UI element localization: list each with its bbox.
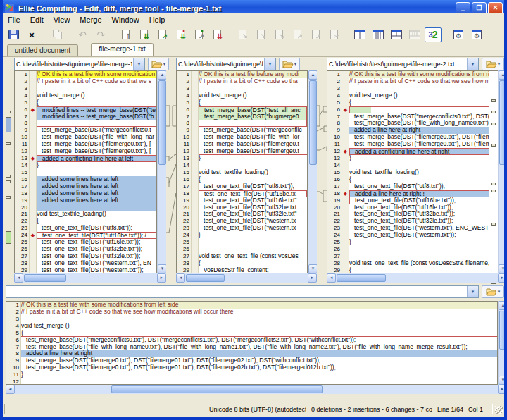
code-line[interactable]: 14	[177, 162, 307, 169]
code-line[interactable]: 14	[327, 162, 497, 169]
code-line[interactable]: 22 test_one_text_file(DST("utf32le.txt")…	[327, 218, 497, 225]
scroll-down-icon[interactable]: ▼	[499, 376, 507, 385]
code-line[interactable]: 7 modified lines -- test_merge_base(DST(…	[15, 113, 156, 121]
code-line[interactable]: 24}	[177, 232, 307, 239]
code-line[interactable]: 4void test_merge ()	[327, 92, 497, 99]
code-line[interactable]: 2// I paste in it a bit of C++ code so t…	[15, 78, 156, 85]
code-line[interactable]: 26	[177, 246, 307, 253]
result-file-path-input[interactable]	[6, 286, 467, 297]
scroll-right-icon[interactable]: ►	[498, 385, 507, 394]
three-to-two-way-button[interactable]: 32	[425, 27, 442, 42]
code-line[interactable]: 7 test_merge_base(DST("bugmerge0.	[177, 113, 307, 121]
code-line[interactable]: 22 test_one_text_file(DST("western.tx	[177, 218, 307, 225]
code-line[interactable]: 2// I paste in it a bit of C++ code so t…	[6, 309, 497, 316]
left-file-path-combo[interactable]: ▼	[14, 58, 145, 70]
code-line[interactable]: 15void test_textfile_loading()	[327, 169, 497, 176]
code-line[interactable]: 22{	[15, 218, 156, 225]
copy-left-block-button[interactable]: ↗	[154, 27, 171, 42]
apply-change-up-button[interactable]: ↑	[118, 27, 134, 42]
chevron-down-icon[interactable]: ▼	[133, 58, 144, 70]
menu-view[interactable]: View	[49, 14, 75, 25]
code-line[interactable]: 12 test_merge_base(DST("filemerge0.t	[177, 148, 307, 155]
copy-button[interactable]	[49, 27, 65, 42]
code-line[interactable]: 17 test_one_text_file(DST("utf8.txt"));	[177, 183, 307, 190]
code-line[interactable]: 29 test_one_text_file(DST("western.txt")…	[15, 267, 156, 273]
left-vertical-scrollbar[interactable]: ▲ ▼	[157, 70, 166, 273]
code-line[interactable]: 21void test_textfile_loading()	[15, 211, 156, 218]
file-options-button[interactable]: ⚙	[450, 27, 467, 42]
code-line[interactable]: 26	[327, 246, 497, 253]
code-line[interactable]: 13◆ added a conflicting line here at lef…	[15, 155, 156, 162]
code-line[interactable]: 1// OK this is a test file before any mo…	[177, 71, 307, 78]
prev-conflict-button[interactable]: ↘	[271, 27, 288, 42]
code-line[interactable]: 27void test_one_text_file (const VosDes	[177, 253, 307, 260]
left-editor-pane[interactable]: 1// OK this is a test file with some mod…	[14, 70, 157, 273]
result-editor-pane[interactable]: 1// OK this is a test file with some mod…	[6, 301, 498, 385]
copy-left-all-button[interactable]: ⇊	[173, 27, 189, 42]
scroll-right-icon[interactable]: ►	[157, 273, 166, 283]
scroll-left-icon[interactable]: ◄	[6, 385, 15, 394]
copy-right-all-button[interactable]: ⇊	[209, 27, 226, 42]
code-line[interactable]: 18◆ added a line here at right !	[327, 190, 497, 197]
code-line[interactable]: 14}	[15, 162, 156, 169]
code-line[interactable]: 25}	[327, 239, 497, 246]
close-file-button[interactable]: ×	[23, 27, 40, 42]
code-line[interactable]: 9 test_merge_base(DST("mergeconflic	[177, 127, 307, 134]
code-line[interactable]: 29 VosDescStr file_content;	[177, 267, 307, 273]
save-button[interactable]	[5, 27, 22, 42]
menu-window[interactable]: Window	[107, 14, 144, 25]
scroll-left-icon[interactable]: ◄	[327, 273, 336, 283]
code-line[interactable]: 28{	[177, 260, 307, 267]
code-line[interactable]: 2// I paste in it a bit of C++ code so t…	[177, 78, 307, 85]
redo-button[interactable]: ↷	[92, 27, 109, 42]
code-line[interactable]: 16{	[327, 176, 497, 183]
code-line[interactable]: 3	[177, 85, 307, 92]
layout-two-panes-result-button[interactable]	[388, 27, 405, 42]
code-line[interactable]: 16{	[177, 176, 307, 183]
code-line[interactable]: 17 added some lines here at left	[15, 183, 156, 190]
code-line[interactable]: 6◆	[327, 106, 497, 113]
code-line[interactable]: 12◆ added a conflicting line here at rig…	[327, 148, 497, 155]
goto-change-button[interactable]: ↗	[308, 27, 325, 42]
tab-untitled-document[interactable]: untitled document	[7, 44, 78, 56]
prev-change-button[interactable]: ↘	[234, 27, 251, 42]
copy-right-block-button[interactable]: ↗	[191, 27, 208, 42]
scroll-left-icon[interactable]: ◄	[176, 273, 185, 283]
scroll-down-icon[interactable]: ▼	[499, 264, 507, 273]
code-line[interactable]: 8 added a line here at right	[6, 350, 497, 357]
chevron-down-icon[interactable]: ▼	[467, 286, 478, 297]
right-vertical-scrollbar[interactable]: ▲ ▼	[498, 70, 507, 273]
code-line[interactable]: 19 test_one_text_file(DST("utf16le.txt"	[177, 197, 307, 204]
code-line[interactable]: 10 test_merge_base(DST("file_with_lor	[177, 134, 307, 141]
code-line[interactable]: 26 test_one_text_file(DST("utf32be.txt")…	[15, 246, 156, 253]
layout-three-panes-result-button[interactable]	[406, 27, 423, 42]
right-file-path-combo[interactable]: ▼	[327, 58, 479, 70]
code-line[interactable]: 3	[15, 85, 156, 92]
code-line[interactable]: 2// I paste in it a bit of C++ code so t…	[327, 78, 497, 85]
code-line[interactable]: 12	[6, 378, 497, 385]
code-line[interactable]: 21 test_one_text_file(DST("utf32le.txt"	[177, 211, 307, 218]
code-line[interactable]: 25 test_one_text_file(DST("utf16le.txt")…	[15, 239, 156, 246]
code-line[interactable]: 27 test_one_text_file(DST("utf32le.txt")…	[15, 253, 156, 260]
code-line[interactable]: 19 added some lines here at left	[15, 197, 156, 204]
code-line[interactable]: 28 test_one_text_file(DST("western.txt")…	[15, 260, 156, 267]
code-line[interactable]: 4void test_merge ()	[6, 323, 497, 330]
code-line[interactable]: 16 added some lines here at left	[15, 176, 156, 183]
result-horizontal-scrollbar[interactable]: ◄ ►	[6, 385, 507, 394]
center-vertical-scrollbar[interactable]: ▲ ▼	[308, 70, 317, 273]
right-editor-pane[interactable]: 1// OK this is a test file with some mod…	[327, 70, 498, 273]
code-line[interactable]: 9 added a line here at right	[327, 127, 497, 134]
result-vertical-scrollbar[interactable]: ▲ ▼	[498, 301, 507, 385]
code-line[interactable]: 27	[327, 253, 497, 260]
right-horizontal-scrollbar[interactable]: ◄ ►	[327, 273, 507, 283]
code-line[interactable]: 18 test_one_text_file(DST("utf16be.tx	[177, 190, 307, 197]
tab-file-merge-1-txt[interactable]: file-merge-1.txt	[91, 43, 154, 56]
code-line[interactable]: 1// OK this is a test file with some mod…	[15, 71, 156, 78]
code-line[interactable]: 20	[15, 204, 156, 211]
code-line[interactable]: 13}	[177, 155, 307, 162]
global-options-button[interactable]: ⚙	[468, 27, 485, 42]
left-horizontal-scrollbar[interactable]: ◄ ►	[14, 273, 166, 283]
code-line[interactable]: 5{	[15, 99, 156, 106]
right-file-path-input[interactable]	[327, 58, 467, 70]
code-line[interactable]: 23 test_one_text_file(DST("western.txt")…	[327, 225, 497, 232]
